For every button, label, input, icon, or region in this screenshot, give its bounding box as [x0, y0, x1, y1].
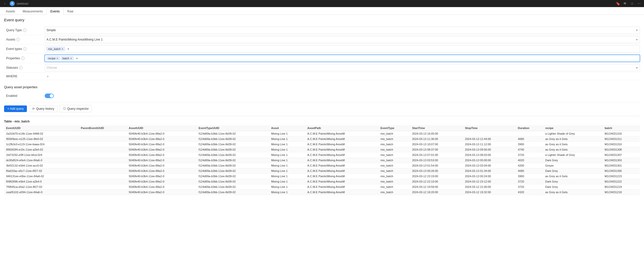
cell-eventtypeuuid: f124d69a-b3bb-11ee-8d39-02 [196, 168, 269, 174]
cell-starttime: 2024-03-12 19:58:00 [410, 184, 463, 190]
cell-starttime: 2024-03-12 22:10:00 [410, 179, 463, 184]
assets-select[interactable]: A.C.M.E Paints\Mixing Area\Mixing Line 1… [45, 36, 640, 43]
cell-stoptime: 2024-03-13 00:24:00 [463, 174, 516, 179]
col-event-type-uuid: EventTypeUUID [196, 125, 269, 131]
enabled-toggle[interactable] [45, 94, 54, 98]
cell-duration: 4080 [516, 168, 543, 174]
cell-stoptime: 2024-03-13 05:00:00 [463, 158, 516, 163]
enabled-toggle-container [45, 94, 54, 98]
cell-batch: M1/24031303 [603, 158, 640, 163]
remove-batch-tag[interactable]: ✕ [70, 57, 72, 60]
query-history-label: Query history [36, 107, 54, 111]
statuses-select[interactable]: Choose ▼ [45, 64, 640, 71]
assets-info-icon[interactable]: i [16, 38, 20, 41]
cell-recipe: as Grey as it Gets [543, 190, 603, 195]
cell-eventtypeuuid: f124d69a-b3bb-11ee-8d39-02 [196, 179, 269, 184]
table-row[interactable]: 7f9845ca-e0a2-11ee-8f27-025040fe40-b3b4-… [4, 184, 640, 190]
cell-eventtype: mix_batch [378, 179, 410, 184]
properties-select[interactable]: recipe ✕ batch ✕ ▼ [45, 55, 640, 62]
col-batch: batch [603, 125, 640, 131]
cell-starttime: 2024-03-13 11:36:00 [410, 136, 463, 142]
cell-batch: M1/24031300 [603, 168, 640, 174]
enabled-label: Enabled [4, 93, 45, 99]
cell-batch: M1/24031308 [603, 147, 640, 152]
cell-assetuuid: 5040fe40-b3b4-11ee-88a2-0 [127, 142, 196, 147]
data-table: EventUUID ParentEventUUID AssetUUID Even… [4, 125, 640, 195]
chevron-left-icon[interactable]: ‹ [2, 1, 8, 6]
eye-icon[interactable]: 👁 [622, 1, 628, 6]
cell-eventtype: mix_batch [378, 152, 410, 158]
event-types-label: Event types i [4, 46, 45, 52]
add-query-button[interactable]: + Add query [4, 105, 27, 112]
cell-eventtypeuuid: f124d69a-b3bb-11ee-8d39-02 [196, 152, 269, 158]
bookmark-icon[interactable]: 🔖 [615, 1, 621, 6]
table-section: Table - mix_batch EventUUID ParentEventU… [4, 116, 640, 195]
cell-parenteventuuid [79, 163, 127, 168]
event-types-info-icon[interactable]: i [23, 47, 27, 51]
table-row[interactable]: 895003f4-e10c-11ee-a2b4-025040fe40-b3b4-… [4, 147, 640, 152]
cell-batch: M1/24031311 [603, 136, 640, 142]
cell-starttime: 2024-03-13 00:26:00 [410, 168, 463, 174]
properties-info-icon[interactable]: i [21, 57, 25, 60]
tab-raw[interactable]: Raw [63, 8, 77, 14]
cell-parenteventuuid [79, 142, 127, 147]
tab-assets[interactable]: Assets [2, 8, 19, 14]
cell-eventuuid: 1fd73292-e0ff-11ee-bfcd-024 [4, 152, 79, 158]
table-row[interactable]: 3bf32132-e0d4-11ee-acc0-025040fe40-b3b4-… [4, 163, 640, 168]
query-history-button[interactable]: ⟳ Query history [29, 105, 57, 112]
properties-label: Properties i [4, 55, 45, 62]
table-row[interactable]: cea05102-e094-11ee-84a6-0:5040fe40-b3b4-… [4, 190, 640, 195]
query-inspector-button[interactable]: ⓘ Query inspector [60, 105, 92, 112]
cell-asset: Mixing Line 1 [269, 190, 305, 195]
col-stop-time: StopTime [463, 125, 516, 131]
cell-duration [516, 131, 543, 136]
where-add-button[interactable]: + [45, 73, 51, 79]
tab-events[interactable]: Events [46, 8, 63, 15]
cell-parenteventuuid [79, 174, 127, 179]
cell-duration: 4020 [516, 158, 543, 163]
table-row[interactable]: dc00d524-e0e4-11ee-84a6-05040fe40-b3b4-1… [4, 158, 640, 163]
cell-eventuuid: 1c2fb3c0-e119-11ee-baaa-024 [4, 142, 79, 147]
tab-measurements[interactable]: Measurements [19, 8, 46, 14]
cell-assetpath: A.C.M.E Paints\Mixing Area\M [305, 184, 378, 190]
cell-eventuuid: 95569eec-e125-11ee-8fe0-02 [4, 136, 79, 142]
cell-recipe: a Lighter Shade of Grey [543, 131, 603, 136]
cell-assetuuid: 5040fe40-b3b4-11ee-88a2-0 [127, 152, 196, 158]
remove-mix_batch-tag[interactable]: ✕ [61, 48, 63, 50]
event-types-arrow-icon: ▼ [67, 48, 70, 50]
cell-duration: 3720 [516, 184, 543, 190]
star-icon[interactable]: ☆ [629, 1, 635, 6]
table-row[interactable]: 2a31fd70-e14b-11ee-9488-025040fe40-b3b4-… [4, 131, 640, 136]
event-types-select[interactable]: mix_batch ✕ ▼ [45, 45, 640, 52]
cell-eventtypeuuid: f124d69a-b3bb-11ee-8d39-02 [196, 184, 269, 190]
table-title: Table - mix_batch [4, 118, 640, 125]
table-row[interactable]: 95569eec-e125-11ee-8fe0-025040fe40-b3b4-… [4, 136, 640, 142]
cell-eventtype: mix_batch [378, 131, 410, 136]
table-row[interactable]: 1c2fb3c0-e119-11ee-baaa-0245040fe40-b3b4… [4, 142, 640, 147]
more-icon[interactable]: ⋯ [636, 1, 642, 6]
statuses-info-icon[interactable]: i [19, 66, 23, 69]
cell-assetpath: A.C.M.E Paints\Mixing Area\M [305, 142, 378, 147]
query-type-info-icon[interactable]: i [23, 28, 26, 32]
table-scroll-container[interactable]: EventUUID ParentEventUUID AssetUUID Even… [4, 125, 640, 195]
remove-recipe-tag[interactable]: ✕ [56, 57, 58, 60]
properties-row: Properties i recipe ✕ batch ✕ ▼ [4, 54, 640, 63]
table-row[interactable]: 946131ee-e0be-11ee-84a6-025040fe40-b3b4-… [4, 174, 640, 179]
event-types-row: Event types i mix_batch ✕ ▼ [4, 44, 640, 54]
cell-starttime: 2024-03-13 08:37:00 [410, 147, 463, 152]
cell-recipe: as Grey as it Gets [543, 136, 603, 142]
table-row[interactable]: f0982896-e0b4-11ee-a2b4-05040fe40-b3b4-1… [4, 179, 640, 184]
action-bar: + Add query ⟳ Query history ⓘ Query insp… [4, 102, 640, 116]
table-row[interactable]: f0a033ac-e0c7-11ee-8f27-025040fe40-b3b4-… [4, 168, 640, 174]
cell-stoptime: 2024-03-13 08:03:00 [463, 152, 516, 158]
table-body: 2a31fd70-e14b-11ee-9488-025040fe40-b3b4-… [4, 131, 640, 195]
cell-batch: M1/24031219 [603, 184, 640, 190]
cell-assetuuid: 5040fe40-b3b4-11ee-88a2-0 [127, 158, 196, 163]
cell-eventtype: mix_batch [378, 190, 410, 195]
cell-batch: M1/24031316 [603, 131, 640, 136]
table-row[interactable]: 1fd73292-e0ff-11ee-bfcd-0245040fe40-b3b4… [4, 152, 640, 158]
cell-eventuuid: cea05102-e094-11ee-84a6-0: [4, 190, 79, 195]
cell-recipe: as Grey as it Gets [543, 147, 603, 152]
cell-assetpath: A.C.M.E Paints\Mixing Area\M [305, 179, 378, 184]
query-type-select[interactable]: Simple ▼ [45, 27, 640, 34]
